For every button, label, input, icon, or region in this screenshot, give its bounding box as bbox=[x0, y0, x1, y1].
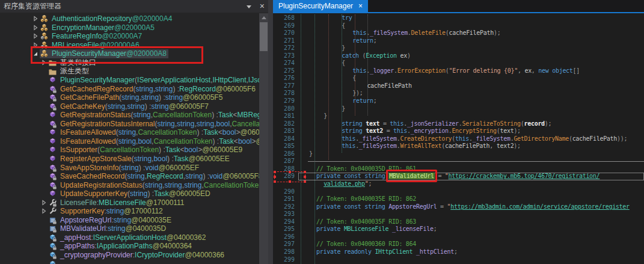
expander-icon[interactable] bbox=[31, 25, 40, 31]
assembly-tree[interactable]: AuthenticationRepository @020000A4Encryp… bbox=[0, 13, 259, 264]
code-line[interactable]: 281} bbox=[273, 112, 644, 120]
tree-row[interactable]: IsSupporter(CancellationToken) : Task<bo… bbox=[0, 146, 259, 155]
code-line[interactable]: 283string text2 = this._encryption.Encry… bbox=[273, 127, 644, 135]
code-text: private const string AppstoreRegUrl = "h… bbox=[298, 203, 644, 211]
tree-row[interactable]: AuthenticationRepository @020000A4 bbox=[0, 14, 259, 23]
panel-close-icon[interactable]: × bbox=[260, 0, 265, 13]
tree-row[interactable] bbox=[0, 259, 259, 264]
tree-row[interactable]: _appHost : IServerApplicationHost @04000… bbox=[0, 233, 259, 242]
code-line[interactable]: 275this._logger.ErrorException("Error de… bbox=[273, 67, 644, 75]
line-number: 286 bbox=[273, 150, 296, 158]
tree-row[interactable]: GetCacheFilePath(string, string) : strin… bbox=[0, 93, 259, 102]
code-line[interactable]: 274{ bbox=[273, 60, 644, 67]
code-line[interactable]: 298private readonly IHttpClient _httpCli… bbox=[273, 248, 644, 256]
code-line[interactable]: 269{ bbox=[273, 22, 644, 30]
tree-row[interactable]: _cryptographyProvider : ICryptoProvider … bbox=[0, 251, 259, 260]
tab-close-icon[interactable]: × bbox=[358, 2, 363, 10]
tree-row[interactable]: SaveAppStoreInfo(string) : void @060005E… bbox=[0, 163, 259, 172]
url-link[interactable]: https://crackemby.mb6.top/4670/registrat… bbox=[449, 173, 600, 179]
code-line[interactable]: 295private MBLicenseFile _licenseFile; bbox=[273, 226, 644, 233]
code-text: return; bbox=[298, 37, 644, 45]
code-line[interactable]: 272} bbox=[273, 45, 644, 52]
expander-icon[interactable] bbox=[31, 33, 40, 39]
code-line[interactable]: 294// Token: 0x0400035F RID: 863 bbox=[273, 218, 644, 226]
tree-row-label: AuthenticationRepository @020000A4 bbox=[52, 14, 174, 23]
code-line[interactable]: validate.php"; bbox=[273, 180, 644, 188]
line-number: 284 bbox=[273, 135, 296, 143]
tree-row[interactable]: UpdateSupporterKey(string) : Task @06000… bbox=[0, 189, 259, 198]
field-icon bbox=[48, 260, 57, 264]
tree-row[interactable]: PluginSecurityManager(IServerApplication… bbox=[0, 76, 259, 85]
scrollbar-thumb[interactable] bbox=[260, 22, 268, 51]
code-line[interactable]: 284this._fileSystem.CreateDirectory(this… bbox=[273, 135, 644, 143]
tree-row[interactable]: MBValidateUrl : string @0400035D bbox=[0, 224, 259, 233]
method-icon bbox=[48, 111, 57, 119]
tree-row[interactable]: AppstoreRegUrl : string @0400035E bbox=[0, 216, 259, 225]
expander-icon[interactable] bbox=[31, 16, 40, 22]
tree-row[interactable]: UpdateRegistrationStatus(string, string,… bbox=[0, 180, 259, 189]
code-line[interactable]: 290 bbox=[273, 188, 644, 196]
tab-pluginsecuritymanager[interactable]: PluginSecurityManager × bbox=[273, 0, 368, 12]
tree-row[interactable]: GetCacheKey(string, string) : string @06… bbox=[0, 102, 259, 111]
expander-icon[interactable] bbox=[40, 60, 48, 66]
code-line[interactable]: 288// Token: 0x0400035D RID: 861 bbox=[273, 165, 644, 173]
code-text: } bbox=[298, 112, 644, 120]
code-text: try bbox=[298, 14, 644, 22]
tree-row-label bbox=[60, 259, 62, 264]
code-line[interactable]: 289private const string MBValidateUrl = … bbox=[273, 173, 644, 180]
tree-row[interactable]: LicenseFile : MBLicenseFile @17000111 bbox=[0, 198, 259, 207]
code-line[interactable]: 271return; bbox=[273, 37, 644, 45]
tree-row[interactable]: GetCachedRegRecord(string, string) : Reg… bbox=[0, 84, 259, 93]
code-text: this._fileSystem.DeleteFile(cacheFilePat… bbox=[298, 29, 644, 37]
tree-row[interactable]: RegisterAppStoreSale(string, bool) : Tas… bbox=[0, 155, 259, 164]
code-line[interactable]: 282string text = this._jsonSerializer.Se… bbox=[273, 120, 644, 128]
url-link[interactable]: https://mb3admin.com/admin/service/appst… bbox=[450, 203, 629, 210]
tree-row[interactable]: SupporterKey : string @17000112 bbox=[0, 207, 259, 216]
code-line[interactable]: 286} bbox=[273, 150, 644, 158]
scroll-up-icon[interactable] bbox=[259, 13, 268, 22]
code-line[interactable]: 277cacheFilePath bbox=[273, 82, 644, 90]
tree-scrollbar[interactable] bbox=[259, 13, 268, 264]
code-line[interactable]: 299 bbox=[273, 256, 644, 264]
tree-row[interactable]: MBLicenseFile @020000A6 bbox=[0, 41, 259, 50]
code-line[interactable]: 278}); bbox=[273, 90, 644, 97]
tree-row[interactable]: GetRegistrationStatusInternal(string, st… bbox=[0, 120, 259, 129]
tree-row[interactable]: 基类和接口 bbox=[0, 58, 259, 67]
method-icon bbox=[48, 172, 57, 180]
panel-menu-icon[interactable] bbox=[247, 5, 251, 8]
code-text: { bbox=[298, 60, 644, 67]
tree-row[interactable]: FeatureRegInfo @020000A7 bbox=[0, 32, 259, 41]
expander-icon[interactable] bbox=[31, 51, 40, 57]
line-number: 277 bbox=[273, 82, 296, 90]
code-line[interactable]: 296 bbox=[273, 233, 644, 241]
code-line[interactable]: 291// Token: 0x0400035E RID: 862 bbox=[273, 195, 644, 203]
tree-row[interactable]: IsFeatureAllowed(string, bool, Cancellat… bbox=[0, 137, 259, 146]
code-line[interactable]: 280} bbox=[273, 105, 644, 113]
code-text bbox=[298, 233, 644, 241]
code-line[interactable]: 273catch (Exception ex) bbox=[273, 52, 644, 60]
code-line[interactable]: 279return; bbox=[273, 97, 644, 105]
code-view[interactable]: 268try269{270this._fileSystem.DeleteFile… bbox=[273, 13, 644, 264]
tree-row[interactable]: GetRegistrationStatus(string, Cancellati… bbox=[0, 111, 259, 120]
expander-icon[interactable] bbox=[40, 200, 48, 206]
tree-row[interactable]: SaveCachedRecord(string, RegRecord, stri… bbox=[0, 172, 259, 181]
expander-icon[interactable] bbox=[31, 42, 40, 48]
code-line[interactable]: 293 bbox=[273, 210, 644, 218]
code-line[interactable]: 297// Token: 0x04000360 RID: 864 bbox=[273, 241, 644, 248]
expander-icon[interactable] bbox=[40, 208, 48, 214]
tree-row[interactable]: IsFeatureAllowed(string, CancellationTok… bbox=[0, 128, 259, 137]
tree-row[interactable]: EncryptionManager @020000A5 bbox=[0, 23, 259, 32]
code-text bbox=[298, 158, 644, 165]
tree-row[interactable]: 派生类型 bbox=[0, 67, 259, 76]
url-link[interactable]: validate.php bbox=[324, 180, 365, 187]
code-line[interactable]: 292private const string AppstoreRegUrl =… bbox=[273, 203, 644, 211]
tree-row[interactable]: _appPaths : IApplicationPaths @04000364 bbox=[0, 242, 259, 251]
code-line[interactable]: 270this._fileSystem.DeleteFile(cacheFile… bbox=[273, 29, 644, 37]
prop-icon bbox=[48, 207, 57, 215]
code-line[interactable]: 268try bbox=[273, 14, 644, 22]
code-line[interactable]: 285this._fileSystem.WriteAllText(cacheFi… bbox=[273, 143, 644, 150]
panel-splitter[interactable] bbox=[268, 0, 273, 264]
code-line[interactable]: 287 bbox=[273, 158, 644, 165]
tree-row[interactable]: PluginSecurityManager @020000A8 bbox=[0, 49, 259, 58]
code-line[interactable]: 276{ bbox=[273, 75, 644, 82]
